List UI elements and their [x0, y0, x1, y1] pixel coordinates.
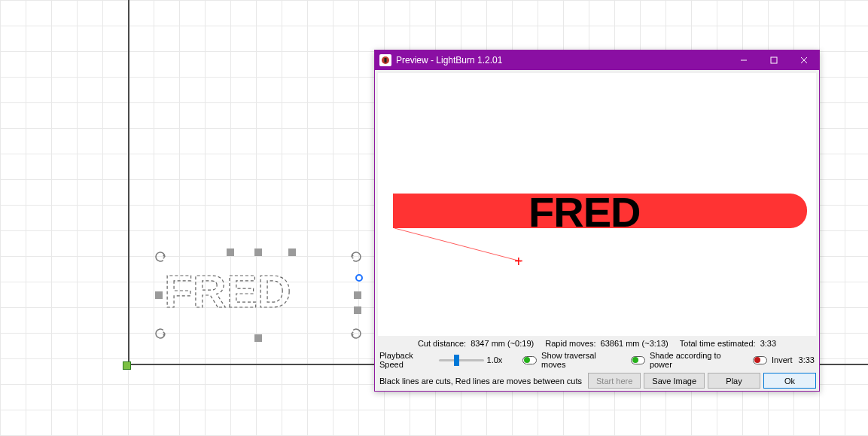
total-time-label: Total time estimated:: [680, 339, 756, 348]
playback-speed-slider[interactable]: [439, 359, 484, 361]
resize-handle-left[interactable]: [155, 291, 163, 299]
svg-rect-2: [771, 57, 777, 63]
traversal-line: [394, 228, 521, 261]
rotate-handle-bl-icon[interactable]: [154, 327, 167, 340]
close-button[interactable]: [789, 50, 819, 70]
play-button[interactable]: Play: [708, 373, 760, 389]
toggle-invert[interactable]: [753, 356, 767, 364]
resize-handle-top3[interactable]: [288, 248, 296, 256]
selected-object[interactable]: FRED: [164, 258, 352, 333]
toggle-shade[interactable]: [631, 356, 645, 364]
titlebar[interactable]: Preview - LightBurn 1.2.01: [375, 50, 819, 70]
toggle-shade-label: Shade according to power: [650, 351, 740, 369]
resize-handle-right2[interactable]: [354, 306, 361, 314]
selected-text-outline: FRED: [164, 264, 352, 324]
toggle-traversal[interactable]: [522, 356, 537, 364]
toggle-invert-label: Invert: [772, 355, 793, 364]
hint-text: Black lines are cuts, Red lines are move…: [378, 377, 585, 386]
resize-handle-top2[interactable]: [227, 248, 234, 256]
rapid-moves-value: 63861 mm (~3:13): [601, 339, 669, 348]
origin-marker[interactable]: [123, 361, 131, 370]
cut-distance-value: 8347 mm (~0:19): [471, 339, 534, 348]
maximize-button[interactable]: [759, 50, 789, 70]
preview-viewport[interactable]: FRED +: [378, 73, 816, 336]
controls-row: Playback Speed 1.0x Show traversal moves…: [375, 349, 819, 370]
preview-window: Preview - LightBurn 1.2.01 FRED + Cut di…: [374, 50, 820, 392]
selected-text: FRED: [164, 265, 291, 317]
app-icon: [379, 54, 391, 66]
window-title: Preview - LightBurn 1.2.01: [396, 55, 729, 66]
time-readout: 3:33: [799, 355, 815, 364]
resize-handle-right[interactable]: [354, 291, 361, 299]
ok-button[interactable]: Ok: [763, 373, 816, 389]
rotate-handle-tr-icon[interactable]: [349, 250, 363, 264]
save-image-button[interactable]: Save Image: [644, 373, 705, 389]
svg-rect-1: [385, 58, 387, 63]
button-bar: Black lines are cuts, Red lines are move…: [375, 370, 819, 391]
rapid-moves-label: Rapid moves:: [545, 339, 595, 348]
rotate-handle-br-icon[interactable]: [349, 327, 363, 340]
total-time-value: 3:33: [760, 339, 776, 348]
origin-cross-icon: +: [514, 254, 523, 269]
playback-speed-label: Playback Speed: [379, 351, 436, 369]
toggle-traversal-label: Show traversal moves: [541, 351, 617, 369]
playback-speed-value: 1.0x: [487, 355, 503, 364]
ruler-vertical: [128, 0, 129, 365]
text-cursor-anchor[interactable]: [355, 274, 363, 282]
rotate-handle-tl-icon[interactable]: [154, 250, 167, 264]
cut-distance-label: Cut distance:: [418, 339, 466, 348]
stats-row: Cut distance: 8347 mm (~0:19) Rapid move…: [375, 337, 819, 349]
resize-handle-bottom[interactable]: [254, 334, 262, 342]
resize-handle-top[interactable]: [254, 248, 262, 256]
minimize-button[interactable]: [729, 50, 759, 70]
start-here-button[interactable]: Start here: [588, 373, 641, 389]
